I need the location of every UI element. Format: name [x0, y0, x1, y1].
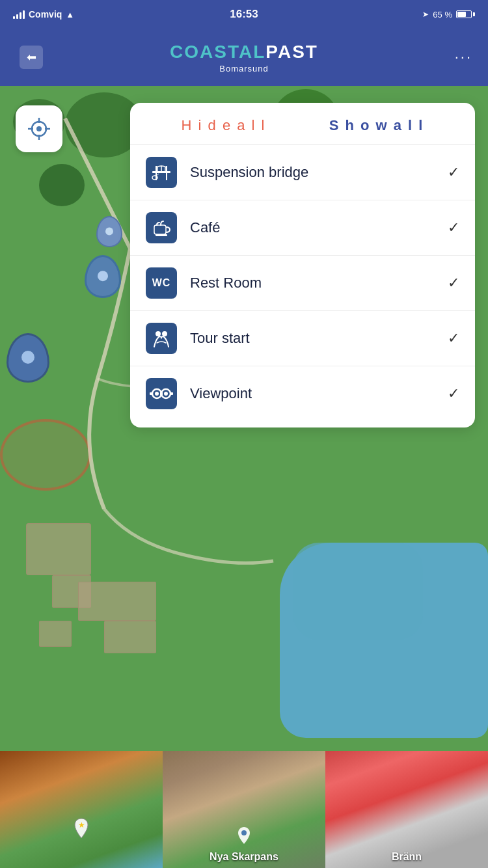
app-name-coastal: COASTAL: [170, 42, 265, 62]
tour-start-label: Tour start: [190, 330, 448, 347]
svg-point-16: [156, 331, 161, 336]
map-structure: [104, 621, 156, 653]
status-bar: Comviq ▲ 16:53 ➤ 65 %: [0, 0, 488, 29]
wc-icon: WC: [146, 267, 177, 299]
show-all-button[interactable]: S h o w a l l: [329, 117, 424, 134]
map-structure: [26, 523, 91, 575]
back-button[interactable]: ⬅: [16, 42, 47, 73]
battery-icon: [456, 10, 475, 18]
signal-icon: [13, 10, 25, 19]
svg-point-20: [155, 392, 159, 396]
map-area[interactable]: H i d e a l l S h o w a l l Suspension: [0, 86, 488, 868]
cafe-check: ✓: [448, 219, 459, 236]
wifi-icon: ▲: [66, 10, 74, 20]
svg-rect-24: [170, 392, 173, 395]
map-structure: [39, 621, 72, 647]
bottom-area: Next 157 km ★: [0, 712, 488, 868]
thumb-nya-skarpans[interactable]: Nya Skarpans: [163, 751, 325, 868]
pin-icon-1: ★: [72, 817, 90, 839]
svg-point-21: [164, 392, 168, 396]
filter-header: H i d e a l l S h o w a l l: [130, 103, 475, 145]
more-button[interactable]: ···: [455, 49, 472, 66]
rest-room-check: ✓: [448, 275, 459, 292]
back-icon: ⬅: [20, 46, 43, 69]
tour-start-check: ✓: [448, 330, 459, 347]
tour-start-icon: [146, 323, 177, 354]
app-title: COASTALPAST Bomarsund: [170, 42, 318, 74]
tree-cluster: [39, 164, 85, 206]
svg-point-1: [36, 126, 42, 131]
svg-rect-14: [154, 225, 166, 234]
map-pin-large[interactable]: [85, 255, 121, 298]
cafe-icon: [146, 212, 177, 243]
status-left: Comviq ▲: [13, 9, 74, 20]
app-header: ⬅ COASTALPAST Bomarsund ···: [0, 29, 488, 86]
suspension-bridge-check: ✓: [448, 164, 459, 181]
filter-panel: H i d e a l l S h o w a l l Suspension: [130, 103, 475, 427]
filter-item-cafe[interactable]: Café ✓: [130, 200, 475, 256]
hide-all-button[interactable]: H i d e a l l: [182, 117, 266, 134]
pin-icon-2: [236, 826, 252, 848]
svg-rect-22: [160, 392, 163, 395]
status-time: 16:53: [230, 8, 258, 21]
suspension-bridge-label: Suspension bridge: [190, 164, 448, 181]
app-name: COASTALPAST: [170, 42, 318, 62]
status-right: ➤ 65 %: [422, 10, 475, 20]
fort-structure: [0, 419, 91, 491]
thumb-brann[interactable]: Bränn: [325, 751, 488, 868]
bridge-icon: [146, 157, 177, 188]
thumbnail-row: ★ Nya Skarpans Bränn: [0, 751, 488, 868]
svg-text:★: ★: [78, 821, 85, 830]
nya-skarpans-label: Nya Skarpans: [163, 851, 325, 863]
app-subtitle: Bomarsund: [170, 64, 318, 74]
viewpoint-label: Viewpoint: [190, 385, 448, 402]
water-area-2: [293, 543, 423, 640]
filter-item-suspension-bridge[interactable]: Suspension bridge ✓: [130, 145, 475, 200]
svg-point-26: [241, 830, 247, 835]
filter-item-rest-room[interactable]: WC Rest Room ✓: [130, 256, 475, 311]
carrier-label: Comviq: [29, 9, 62, 20]
filter-item-tour-start[interactable]: Tour start ✓: [130, 311, 475, 366]
viewpoint-check: ✓: [448, 385, 459, 402]
thumb-fort[interactable]: ★: [0, 751, 163, 868]
cafe-label: Café: [190, 219, 448, 236]
map-pin-small[interactable]: [96, 216, 122, 247]
rest-room-label: Rest Room: [190, 275, 448, 292]
svg-rect-15: [156, 234, 167, 236]
app-name-past: PAST: [265, 42, 318, 62]
location-arrow-icon: ➤: [422, 10, 429, 19]
filter-item-viewpoint[interactable]: Viewpoint ✓: [130, 366, 475, 421]
svg-point-17: [162, 331, 167, 336]
brann-label: Bränn: [325, 851, 488, 863]
map-structure: [78, 582, 156, 621]
svg-rect-23: [150, 392, 152, 395]
location-button[interactable]: [16, 105, 62, 152]
map-pin-selected[interactable]: [7, 333, 49, 383]
viewpoint-icon: [146, 378, 177, 409]
battery-label: 65 %: [433, 10, 452, 20]
crosshair-icon: [27, 116, 51, 141]
